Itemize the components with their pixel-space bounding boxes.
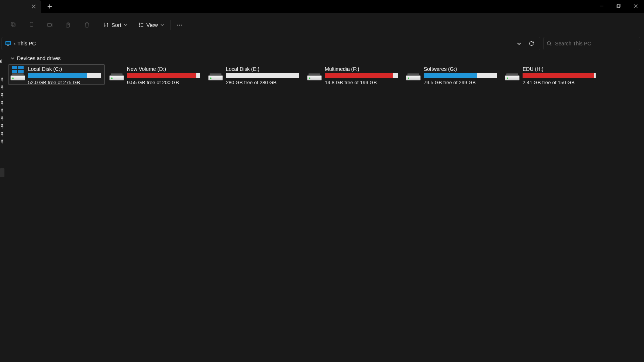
svg-rect-2	[11, 22, 14, 26]
pin-icon[interactable]: 📌	[0, 93, 5, 98]
maximize-button[interactable]	[610, 0, 627, 12]
close-icon	[634, 4, 638, 8]
svg-rect-5	[47, 24, 51, 27]
pin-icon[interactable]: 📌	[0, 77, 5, 83]
svg-rect-0	[617, 4, 620, 7]
drive-item[interactable]: Local Disk (E:)280 GB free of 280 GB	[206, 64, 303, 85]
drive-item[interactable]: EDU (H:)2.41 GB free of 150 GB	[503, 64, 599, 85]
drive-name: Local Disk (C:)	[28, 66, 103, 72]
rename-icon	[47, 21, 54, 28]
window-controls	[593, 0, 644, 12]
breadcrumb-separator: ›	[14, 41, 16, 46]
body: al 📌📌📌📌📌📌📌📌📌 Devices and drives Local Di…	[0, 50, 644, 362]
nav-sidebar[interactable]: al 📌📌📌📌📌📌📌📌📌	[0, 50, 5, 362]
content-pane[interactable]: Devices and drives Local Disk (C:)52.0 G…	[5, 50, 644, 362]
pin-icon[interactable]: 📌	[0, 124, 5, 129]
drives-grid: Local Disk (C:)52.0 GB free of 275 GBNew…	[8, 64, 641, 85]
pin-icon[interactable]: 📌	[0, 139, 5, 145]
breadcrumb-location[interactable]: This PC	[17, 41, 36, 46]
share-button[interactable]	[59, 18, 78, 32]
delete-button[interactable]	[78, 18, 96, 32]
share-icon	[65, 21, 72, 28]
group-header-label: Devices and drives	[17, 55, 61, 61]
copy-icon	[28, 21, 35, 28]
refresh-button[interactable]	[525, 38, 538, 49]
drive-icon	[109, 66, 125, 82]
drive-free-text: 79.5 GB free of 299 GB	[424, 80, 499, 85]
usage-bar	[523, 73, 596, 78]
sort-label: Sort	[111, 22, 121, 28]
maximize-icon	[616, 4, 621, 8]
svg-rect-15	[7, 45, 9, 46]
drive-info: Multimedia (F:)14.8 GB free of 199 GB	[325, 66, 400, 85]
search-box[interactable]	[543, 37, 640, 50]
drive-icon	[504, 66, 520, 82]
svg-point-8	[139, 24, 140, 25]
drive-icon	[405, 66, 421, 82]
view-dropdown[interactable]: View	[133, 18, 169, 32]
pin-icon[interactable]: 📌	[0, 108, 5, 114]
drive-item[interactable]: Multimedia (F:)14.8 GB free of 199 GB	[305, 64, 402, 85]
windows-logo-icon	[12, 66, 24, 73]
chevron-down-icon	[160, 23, 164, 27]
svg-rect-4	[30, 22, 33, 26]
pin-icon[interactable]: 📌	[0, 116, 5, 121]
svg-rect-3	[12, 23, 15, 27]
history-dropdown-button[interactable]	[513, 38, 525, 49]
drive-name: New Volume (D:)	[127, 66, 202, 72]
close-window-button[interactable]	[627, 0, 644, 12]
address-bar[interactable]: › This PC	[1, 37, 540, 50]
drive-item[interactable]: New Volume (D:)9.55 GB free of 200 GB	[107, 64, 204, 85]
drive-free-text: 14.8 GB free of 199 GB	[325, 80, 400, 85]
copy-button[interactable]	[22, 18, 41, 32]
close-icon	[32, 4, 36, 8]
more-icon	[176, 22, 183, 28]
minimize-button[interactable]	[593, 0, 610, 12]
new-tab-button[interactable]	[41, 0, 58, 13]
sidebar-clipped-label: al	[0, 58, 3, 64]
plus-icon	[47, 4, 52, 9]
tab-close-button[interactable]	[29, 2, 38, 11]
usage-bar	[424, 73, 497, 78]
search-icon	[547, 41, 552, 46]
command-bar: Sort View	[0, 13, 644, 37]
chevron-down-icon	[517, 41, 521, 46]
drive-free-text: 2.41 GB free of 150 GB	[523, 80, 598, 85]
drive-name: Local Disk (E:)	[226, 66, 301, 72]
pin-icon[interactable]: 📌	[0, 85, 5, 90]
drive-item[interactable]: Local Disk (C:)52.0 GB free of 275 GB	[8, 64, 105, 85]
drive-free-text: 9.55 GB free of 200 GB	[127, 80, 202, 85]
view-icon	[138, 22, 144, 28]
sort-icon	[103, 22, 109, 28]
more-button[interactable]	[171, 18, 187, 32]
usage-bar	[127, 73, 200, 78]
drive-name: Softwares (G:)	[424, 66, 499, 72]
drive-icon	[207, 66, 224, 82]
sort-dropdown[interactable]: Sort	[98, 18, 133, 32]
title-bar	[0, 0, 644, 13]
sidebar-selection-indicator	[0, 168, 4, 177]
tab-this-pc[interactable]	[0, 0, 41, 13]
drive-name: EDU (H:)	[523, 66, 598, 72]
divider	[170, 20, 171, 30]
search-input[interactable]	[555, 41, 637, 46]
cut-button[interactable]	[4, 18, 22, 32]
rename-button[interactable]	[41, 18, 59, 32]
drive-item[interactable]: Softwares (G:)79.5 GB free of 299 GB	[404, 64, 500, 85]
svg-rect-14	[6, 42, 10, 45]
pin-icon[interactable]: 📌	[0, 131, 5, 137]
group-header[interactable]: Devices and drives	[10, 55, 641, 61]
refresh-icon	[528, 41, 534, 46]
chevron-down-icon	[10, 56, 15, 61]
pin-icon[interactable]: 📌	[0, 100, 5, 106]
usage-bar	[325, 73, 398, 78]
sidebar-pins: 📌📌📌📌📌📌📌📌📌	[0, 78, 4, 144]
drive-free-text: 280 GB free of 280 GB	[226, 80, 301, 85]
svg-point-16	[547, 41, 551, 45]
drive-name: Multimedia (F:)	[325, 66, 400, 72]
divider	[97, 20, 97, 30]
drive-info: EDU (H:)2.41 GB free of 150 GB	[523, 66, 598, 85]
address-bar-row: › This PC	[0, 37, 644, 50]
drive-info: New Volume (D:)9.55 GB free of 200 GB	[127, 66, 202, 85]
chevron-down-icon	[124, 23, 128, 27]
